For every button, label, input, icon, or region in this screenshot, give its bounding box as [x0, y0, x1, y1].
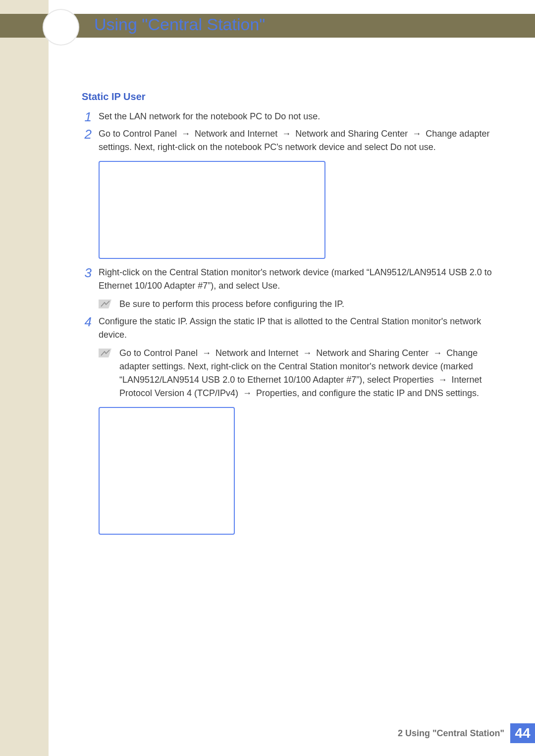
- step-text: Go to Control Panel → Network and Intern…: [99, 127, 498, 154]
- note-icon: [99, 348, 111, 357]
- text-fragment: Properties, and configure the static IP …: [254, 388, 479, 398]
- page-number: 44: [510, 723, 535, 743]
- svg-rect-1: [99, 349, 111, 357]
- text-fragment: Network and Sharing Center: [293, 129, 410, 139]
- page: Using "Central Station" Static IP User 1…: [0, 0, 535, 756]
- text-fragment: Go to Control Panel: [99, 129, 179, 139]
- step-3: 3 Right-click on the Central Station mon…: [82, 266, 498, 293]
- text-fragment: Network and Sharing Center: [314, 348, 431, 358]
- note-text: Go to Control Panel → Network and Intern…: [119, 347, 498, 400]
- step-4: 4 Configure the static IP. Assign the st…: [82, 315, 498, 342]
- step-text: Set the LAN network for the notebook PC …: [99, 110, 498, 124]
- arrow-icon: →: [301, 347, 314, 360]
- note-text: Be sure to perform this process before c…: [119, 298, 498, 311]
- step-text: Configure the static IP. Assign the stat…: [99, 315, 498, 342]
- step-1: 1 Set the LAN network for the notebook P…: [82, 110, 498, 124]
- svg-rect-0: [99, 300, 111, 308]
- chapter-number-circle: [43, 9, 79, 46]
- note-block: Be sure to perform this process before c…: [99, 298, 498, 311]
- chapter-title: Using "Central Station": [94, 15, 265, 34]
- text-fragment: Network and Internet: [192, 129, 280, 139]
- arrow-icon: →: [179, 127, 192, 141]
- arrow-icon: →: [200, 347, 213, 360]
- footer-chapter-label: 2 Using "Central Station": [398, 723, 510, 743]
- arrow-icon: →: [436, 373, 449, 387]
- arrow-icon: →: [280, 127, 293, 141]
- header-band: [0, 14, 535, 38]
- note-icon: [99, 299, 111, 308]
- screenshot-placeholder-2: [99, 407, 235, 535]
- step-text: Right-click on the Central Station monit…: [99, 266, 498, 293]
- footer: 2 Using "Central Station" 44: [398, 723, 535, 743]
- step-number: 2: [82, 127, 92, 154]
- step-number: 3: [82, 266, 92, 293]
- arrow-icon: →: [241, 387, 254, 400]
- arrow-icon: →: [431, 347, 444, 360]
- step-number: 1: [82, 110, 92, 124]
- step-2: 2 Go to Control Panel → Network and Inte…: [82, 127, 498, 154]
- arrow-icon: →: [410, 127, 423, 141]
- text-fragment: Go to Control Panel: [119, 348, 200, 358]
- sidebar-decorative-band: [0, 0, 49, 756]
- screenshot-placeholder-1: [99, 161, 325, 259]
- section-heading: Static IP User: [82, 89, 498, 104]
- note-block: Go to Control Panel → Network and Intern…: [99, 347, 498, 400]
- step-number: 4: [82, 315, 92, 342]
- text-fragment: Network and Internet: [213, 348, 301, 358]
- content-area: Static IP User 1 Set the LAN network for…: [82, 89, 498, 542]
